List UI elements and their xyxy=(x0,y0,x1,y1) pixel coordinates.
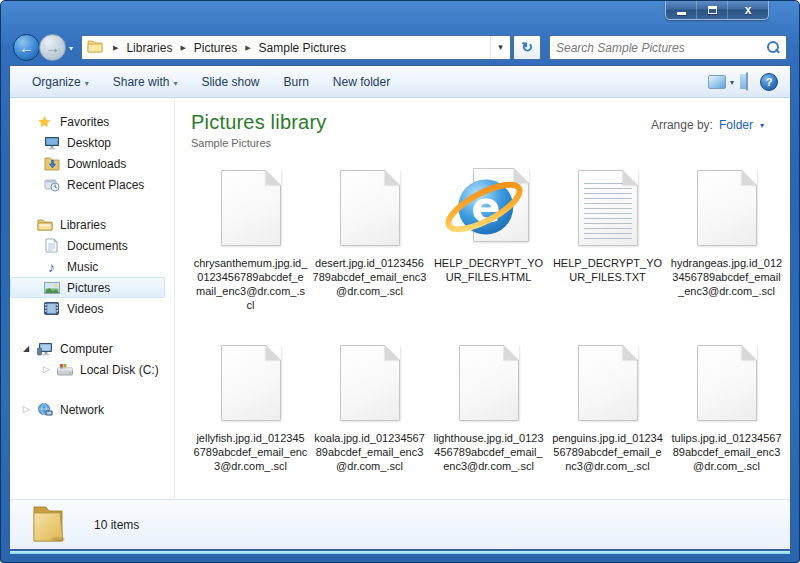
maximize-button[interactable] xyxy=(697,1,728,19)
downloads-icon xyxy=(43,156,60,172)
local-disk-icon xyxy=(56,362,73,378)
file-item[interactable]: e HELP_DECRYPT_YOUR_FILES.HTML xyxy=(429,163,548,326)
help-button[interactable]: ? xyxy=(760,73,778,91)
sidebar-item-videos[interactable]: Videos xyxy=(10,298,165,319)
sidebar-item-libraries[interactable]: Libraries xyxy=(10,214,165,235)
breadcrumb-libraries[interactable]: Libraries xyxy=(124,39,174,57)
navigation-bar: ← → ▾ ▶ Libraries ▶ Pictures ▶ Sample Pi… xyxy=(1,31,799,65)
minimize-button[interactable] xyxy=(666,1,697,19)
sidebar-item-local-disk-c[interactable]: ▷ Local Disk (C:) xyxy=(10,359,165,380)
breadcrumb-pictures[interactable]: Pictures xyxy=(192,39,239,57)
forward-icon: → xyxy=(45,39,60,56)
back-button[interactable]: ← xyxy=(13,34,40,61)
file-item[interactable]: penguins.jpg.id_0123456789abcdef_email_e… xyxy=(548,338,667,499)
collapsed-arrow-icon[interactable]: ▷ xyxy=(23,405,36,414)
toolbar-right-group: ▾ ? xyxy=(708,66,778,98)
explorer-window: x ← → ▾ ▶ Libraries ▶ Pictures ▶ Sample … xyxy=(0,0,800,563)
item-count: 10 items xyxy=(94,518,139,532)
generic-file-icon xyxy=(221,345,281,421)
change-view-button[interactable]: ▾ xyxy=(708,75,734,89)
file-name: jellyfish.jpg.id_0123456789abcdef_email_… xyxy=(194,431,308,473)
forward-button[interactable]: → xyxy=(39,34,66,61)
file-name: hydrangeas.jpg.id_0123456789abcdef_email… xyxy=(670,256,784,298)
documents-icon xyxy=(43,238,60,254)
file-item[interactable]: chrysanthemum.jpg.id_0123456789abcdef_em… xyxy=(191,163,310,326)
chevron-down-icon: ▾ xyxy=(760,121,764,130)
command-toolbar: Organize▾ Share with▾ Slide show Burn Ne… xyxy=(10,66,790,98)
file-item[interactable]: hydrangeas.jpg.id_0123456789abcdef_email… xyxy=(667,163,786,326)
breadcrumb-separator-icon: ▶ xyxy=(180,44,185,52)
file-name: lighthouse.jpg.id_0123456789abcdef_email… xyxy=(432,431,546,473)
sidebar-item-desktop[interactable]: Desktop xyxy=(10,132,165,153)
arrange-by-label: Arrange by: xyxy=(651,118,713,132)
search-box xyxy=(549,35,787,60)
window-controls: x xyxy=(665,1,769,20)
network-icon xyxy=(36,402,53,418)
address-bar[interactable]: ▶ Libraries ▶ Pictures ▶ Sample Pictures… xyxy=(81,35,511,60)
arrange-by-value[interactable]: Folder xyxy=(719,118,753,132)
file-name: penguins.jpg.id_0123456789abcdef_email_e… xyxy=(551,431,665,473)
back-icon: ← xyxy=(19,39,34,56)
arrange-by-control: Arrange by: Folder ▾ xyxy=(651,118,764,132)
generic-file-icon xyxy=(578,345,638,421)
file-name: desert.jpg.id_0123456789abcdef_email_enc… xyxy=(313,256,427,298)
address-folder-icon xyxy=(87,39,103,56)
file-item[interactable]: koala.jpg.id_0123456789abcdef_email_enc3… xyxy=(310,338,429,499)
chevron-down-icon: ▾ xyxy=(730,78,734,87)
search-input[interactable] xyxy=(550,41,764,55)
computer-icon xyxy=(36,341,53,357)
help-icon: ? xyxy=(766,76,773,88)
file-item[interactable]: HELP_DECRYPT_YOUR_FILES.TXT xyxy=(548,163,667,326)
recent-pages-chevron-icon[interactable]: ▾ xyxy=(69,44,73,53)
refresh-button[interactable]: ↻ xyxy=(513,35,541,60)
sidebar-item-network[interactable]: ▷ Network xyxy=(10,399,165,420)
expanded-arrow-icon[interactable]: ◢ xyxy=(23,345,36,353)
internet-explorer-icon: e xyxy=(441,164,537,252)
sidebar-gap xyxy=(10,319,174,338)
preview-pane-button[interactable] xyxy=(746,73,748,91)
file-item[interactable]: jellyfish.jpg.id_0123456789abcdef_email_… xyxy=(191,338,310,499)
preview-pane-icon xyxy=(746,72,748,91)
breadcrumb-sample-pictures[interactable]: Sample Pictures xyxy=(257,39,348,57)
file-name: koala.jpg.id_0123456789abcdef_email_enc3… xyxy=(313,431,427,473)
files-grid: chrysanthemum.jpg.id_0123456789abcdef_em… xyxy=(191,163,782,499)
generic-file-icon xyxy=(697,170,757,246)
close-button[interactable]: x xyxy=(728,1,768,19)
share-with-button[interactable]: Share with▾ xyxy=(101,70,190,94)
status-bar: 10 items xyxy=(10,499,790,549)
page-subtitle: Sample Pictures xyxy=(191,137,782,149)
file-name: HELP_DECRYPT_YOUR_FILES.HTML xyxy=(432,256,546,284)
new-folder-button[interactable]: New folder xyxy=(321,70,402,94)
title-bar: x xyxy=(1,1,799,31)
sidebar-item-recent-places[interactable]: Recent Places xyxy=(10,174,165,195)
maximize-icon xyxy=(708,6,717,14)
star-icon: ★ xyxy=(36,114,53,130)
generic-file-icon xyxy=(697,345,757,421)
sidebar-item-downloads[interactable]: Downloads xyxy=(10,153,165,174)
sidebar-item-music[interactable]: ♪ Music xyxy=(10,256,165,277)
generic-file-icon xyxy=(221,170,281,246)
collapsed-arrow-icon[interactable]: ▷ xyxy=(43,365,56,374)
text-file-icon xyxy=(578,170,638,246)
ie-logo-icon: e xyxy=(441,164,527,250)
sidebar-item-favorites[interactable]: ★ Favorites xyxy=(10,111,165,132)
refresh-icon: ↻ xyxy=(521,39,533,55)
content-area: ★ Favorites Desktop Downloads xyxy=(10,98,790,499)
file-item[interactable]: tulips.jpg.id_0123456789abcdef_email_enc… xyxy=(667,338,786,499)
sidebar-item-computer[interactable]: ◢ Computer xyxy=(10,338,165,359)
file-item[interactable]: lighthouse.jpg.id_0123456789abcdef_email… xyxy=(429,338,548,499)
file-item[interactable]: desert.jpg.id_0123456789abcdef_email_enc… xyxy=(310,163,429,326)
sidebar-item-pictures[interactable]: Pictures xyxy=(10,277,165,298)
slide-show-button[interactable]: Slide show xyxy=(189,70,271,94)
sidebar-item-documents[interactable]: Documents xyxy=(10,235,165,256)
breadcrumb-separator-icon: ▶ xyxy=(113,44,118,52)
chevron-down-icon: ▾ xyxy=(85,79,89,88)
videos-icon xyxy=(43,301,60,317)
sidebar-gap xyxy=(10,380,174,399)
file-name: chrysanthemum.jpg.id_0123456789abcdef_em… xyxy=(194,256,308,312)
address-dropdown-icon[interactable]: ▾ xyxy=(490,36,510,59)
minimize-icon xyxy=(677,12,686,15)
organize-button[interactable]: Organize▾ xyxy=(20,70,101,94)
burn-button[interactable]: Burn xyxy=(271,70,320,94)
app-body: Organize▾ Share with▾ Slide show Burn Ne… xyxy=(9,65,791,550)
